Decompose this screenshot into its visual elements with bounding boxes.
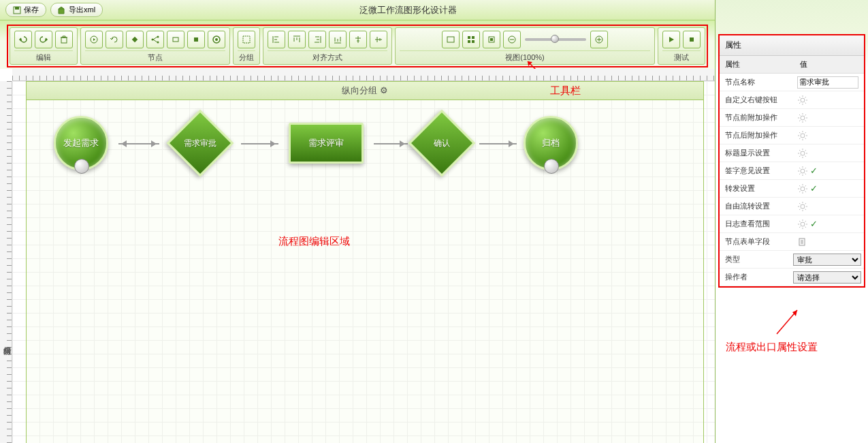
toolbar-group-node: 节点 (80, 27, 230, 65)
svg-point-10 (213, 36, 220, 43)
svg-point-27 (801, 169, 805, 173)
gear-icon[interactable] (797, 201, 808, 212)
undo-button[interactable] (14, 31, 32, 48)
node-confirm[interactable]: 确认 (411, 112, 472, 174)
prop-form-field: 节点表单字段 (720, 233, 864, 251)
node-review[interactable]: 需求评审 (289, 123, 364, 164)
operator-select[interactable]: 请选择 (793, 271, 861, 284)
redo-button[interactable] (35, 31, 52, 48)
arrow-2[interactable] (241, 143, 278, 144)
toolbar-group-edit: 编辑 (10, 27, 78, 65)
svg-point-24 (801, 116, 805, 120)
view-grid-button[interactable] (462, 31, 480, 48)
stop-button[interactable] (683, 31, 701, 48)
svg-rect-4 (132, 37, 138, 42)
svg-point-7 (157, 42, 159, 44)
canvas[interactable]: 纵向分组 ⚙ 发起需求 需求审批 需求评审 确认 归档 流程图编辑区域 工具栏 (12, 81, 715, 443)
svg-point-6 (157, 36, 159, 38)
rect-node-button[interactable] (167, 31, 184, 48)
ruler-vertical: 横向分组 (0, 81, 12, 443)
gear-icon[interactable] (797, 166, 808, 177)
start-node-button[interactable] (85, 31, 103, 48)
toolbar-label-node: 节点 (85, 50, 225, 63)
svg-point-21 (596, 36, 602, 43)
toolbar-group-group: 分组 (233, 27, 260, 65)
svg-rect-12 (243, 36, 250, 43)
view-actual-button[interactable] (483, 31, 500, 48)
export-label: 导出xml (69, 5, 95, 15)
properties-header: 属性 (720, 35, 864, 56)
svg-point-29 (801, 204, 805, 209)
vertical-group-frame[interactable]: 纵向分组 ⚙ 发起需求 需求审批 需求评审 确认 归档 流程图编辑区域 (26, 81, 704, 443)
save-label: 保存 (24, 5, 39, 15)
node-archive[interactable]: 归档 (524, 116, 578, 170)
diamond-node-button[interactable] (126, 31, 144, 48)
toolbar-group-align: 对齐方式 (263, 27, 392, 65)
run-button[interactable] (662, 31, 680, 48)
svg-rect-22 (690, 37, 694, 42)
node-approve[interactable]: 需求审批 (170, 112, 231, 174)
prop-operator: 操作者 请选择 (720, 269, 864, 286)
node-name-input[interactable] (797, 76, 858, 89)
svg-point-5 (152, 39, 154, 41)
document-icon[interactable] (797, 237, 807, 247)
gear-icon[interactable] (797, 112, 808, 123)
arrow-1[interactable] (118, 143, 159, 144)
zoom-in-button[interactable] (590, 31, 608, 48)
app-title: 泛微工作流图形化设计器 (107, 4, 709, 16)
toolbar-label-test: 测试 (662, 50, 701, 63)
annotation-arrow-props (770, 307, 804, 341)
view-fit-button[interactable] (442, 31, 460, 48)
arrow-3[interactable] (374, 143, 408, 144)
prop-pre-op: 节点前附加操作 (720, 109, 864, 127)
align-right-button[interactable] (308, 31, 326, 48)
properties-panel: 属性 属性 值 节点名称 自定义右键按钮 节点前附加操作 节点后附加操作 (718, 34, 865, 288)
annotation-props: 流程或出口属性设置 (726, 341, 818, 354)
align-left-button[interactable] (268, 31, 285, 48)
gear-icon[interactable] (797, 183, 808, 194)
toolbar-label-group: 分组 (238, 50, 255, 63)
align-center-h-button[interactable] (349, 31, 367, 48)
gear-icon[interactable] (797, 95, 808, 106)
toolbar: 编辑 节点 (0, 20, 715, 69)
node-start[interactable]: 发起需求 (54, 116, 108, 170)
square-node-button[interactable] (187, 31, 205, 48)
prop-free-flow: 自由流转设置 (720, 198, 864, 215)
annotation-edit-area: 流程图编辑区域 (278, 235, 350, 248)
delete-button[interactable] (55, 31, 73, 48)
prop-custom-menu: 自定义右键按钮 (720, 91, 864, 109)
arrow-4[interactable] (479, 143, 517, 144)
align-bottom-button[interactable] (329, 31, 347, 48)
type-select[interactable]: 审批 (793, 254, 861, 266)
align-center-v-button[interactable] (370, 31, 387, 48)
end-node-button[interactable] (208, 31, 225, 48)
svg-rect-1 (15, 7, 19, 10)
gear-icon[interactable] (797, 148, 808, 159)
prop-post-op: 节点后附加操作 (720, 127, 864, 144)
export-xml-button[interactable]: 导出xml (50, 3, 103, 17)
zoom-slider[interactable] (525, 38, 586, 41)
zoom-out-button[interactable] (503, 31, 521, 48)
topbar: 保存 导出xml 泛微工作流图形化设计器 (0, 0, 715, 20)
properties-columns: 属性 值 (720, 56, 864, 74)
svg-rect-18 (489, 37, 494, 42)
ruler-horizontal (12, 69, 715, 81)
gear-icon[interactable] (797, 219, 808, 230)
group-button[interactable] (238, 31, 255, 48)
svg-point-20 (509, 36, 515, 43)
align-top-button[interactable] (288, 31, 306, 48)
branch-node-button[interactable] (146, 31, 164, 48)
annotation-toolbar: 工具栏 (550, 85, 581, 97)
svg-rect-9 (194, 37, 198, 42)
prop-sign-opinion: 签字意见设置 ✓ (720, 162, 864, 180)
toolbar-label-align: 对齐方式 (268, 50, 387, 63)
save-button[interactable]: 保存 (5, 3, 46, 17)
svg-point-25 (801, 134, 805, 138)
svg-point-3 (91, 36, 97, 43)
gear-icon[interactable] (797, 130, 808, 141)
toolbar-group-test: 测试 (658, 27, 705, 65)
prop-type: 类型 审批 (720, 251, 864, 269)
svg-rect-15 (472, 36, 475, 39)
refresh-node-button[interactable] (106, 31, 123, 48)
svg-rect-16 (468, 40, 470, 43)
